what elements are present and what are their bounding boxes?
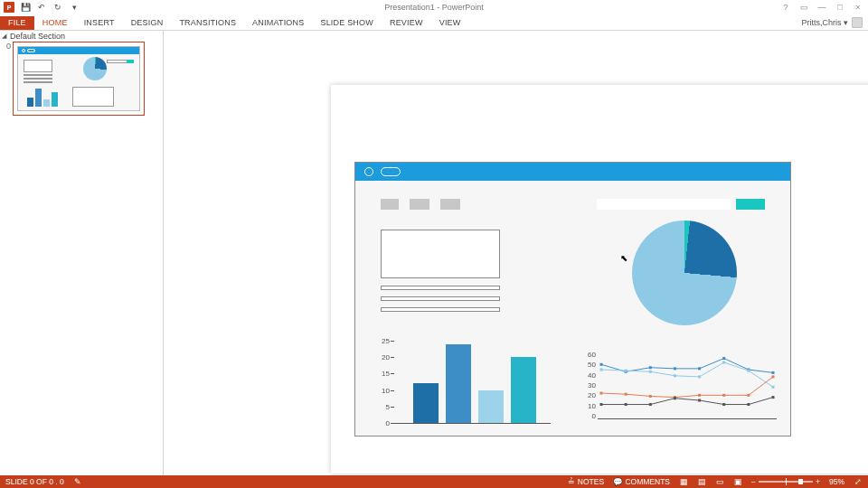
slide-indicator: SLIDE 0 OF 0 . 0 (5, 477, 64, 486)
account-menu[interactable]: Pritts,Chris ▾ (801, 17, 863, 28)
svg-rect-21 (722, 394, 725, 397)
avatar-icon (852, 17, 863, 28)
bar-chart: 0510152025 (373, 339, 551, 429)
svg-rect-28 (698, 399, 701, 402)
line-chart-svg (598, 352, 777, 419)
svg-rect-17 (625, 393, 627, 396)
svg-rect-3 (674, 367, 676, 370)
slide-thumbnail[interactable] (13, 42, 145, 116)
line-ytick-label: 30 (583, 381, 596, 389)
spellcheck-icon[interactable]: ✎ (73, 477, 82, 486)
tab-design[interactable]: DESIGN (123, 16, 172, 30)
tab-review[interactable]: REVIEW (382, 16, 431, 30)
line-ytick-label: 60 (583, 351, 596, 359)
window-title: Presentation1 - PowerPoint (0, 3, 868, 12)
slide-canvas[interactable]: 0510152025 0102030405060 ⬉ (163, 31, 868, 475)
bar-ytick-label: 15 (373, 370, 390, 378)
fit-slide-icon[interactable]: ⤢ (854, 477, 863, 486)
svg-rect-5 (722, 357, 725, 360)
mock-dashboard-shape[interactable]: 0510152025 0102030405060 (354, 162, 791, 436)
pill-icon (381, 167, 401, 176)
bar-ytick-label: 20 (373, 353, 390, 361)
zoom-value[interactable]: 95% (829, 477, 844, 486)
tab-transitions[interactable]: TRANSITIONS (171, 16, 244, 30)
bar-ytick (391, 407, 394, 408)
line-ytick-label: 0 (583, 412, 596, 420)
mock-textline (381, 286, 500, 290)
undo-icon[interactable]: ↶ (36, 2, 47, 13)
zoom-out-icon[interactable]: − (751, 477, 756, 486)
svg-rect-14 (747, 370, 750, 372)
svg-rect-20 (698, 394, 701, 397)
close-icon[interactable]: × (850, 1, 866, 14)
svg-rect-0 (600, 363, 603, 366)
tab-file[interactable]: FILE (0, 16, 34, 30)
svg-rect-4 (698, 367, 701, 370)
mock-textline (381, 307, 500, 312)
bar-ytick (391, 373, 394, 374)
svg-rect-2 (649, 366, 652, 369)
status-bar: SLIDE 0 OF 0 . 0 ✎ ≟ NOTES 💬 COMMENTS ▦ … (0, 475, 868, 488)
svg-rect-16 (600, 392, 603, 395)
maximize-icon[interactable]: □ (832, 1, 848, 14)
tab-slideshow[interactable]: SLIDE SHOW (312, 16, 382, 30)
line-chart: 0102030405060 (583, 352, 777, 423)
bar-ytick-label: 0 (373, 419, 390, 427)
user-name: Pritts,Chris ▾ (801, 18, 848, 27)
line-ytick-label: 50 (583, 361, 596, 369)
notes-button[interactable]: ≟ NOTES (568, 477, 604, 486)
svg-rect-13 (722, 361, 725, 364)
mock-header (355, 163, 790, 181)
qat-dropdown-icon[interactable]: ▾ (69, 2, 80, 13)
circle-icon (364, 167, 373, 176)
svg-rect-12 (698, 375, 701, 378)
svg-rect-24 (600, 403, 603, 406)
section-label: Default Section (10, 32, 65, 41)
pie-chart (632, 221, 737, 325)
mock-tab (410, 199, 429, 210)
svg-rect-18 (649, 395, 652, 398)
ribbon-display-icon[interactable]: ▭ (796, 1, 812, 14)
bar-ytick-label: 10 (373, 386, 390, 394)
svg-rect-22 (747, 394, 750, 397)
mock-search (597, 199, 731, 210)
minimize-icon[interactable]: — (814, 1, 830, 14)
svg-rect-29 (722, 403, 725, 406)
tab-animations[interactable]: ANIMATIONS (244, 16, 312, 30)
bar-ytick (391, 390, 394, 391)
bar-ytick (391, 357, 394, 358)
sorter-view-icon[interactable]: ▤ (697, 477, 706, 486)
mock-textline (381, 296, 500, 301)
zoom-in-icon[interactable]: + (816, 477, 820, 486)
work-area: ◢ Default Section 0 (0, 31, 868, 475)
mock-search-button (736, 199, 765, 210)
svg-rect-23 (772, 375, 775, 378)
mock-tab (440, 199, 460, 210)
slideshow-view-icon[interactable]: ▣ (733, 477, 742, 486)
line-ytick-label: 40 (583, 371, 596, 379)
bar-ytick (391, 423, 394, 424)
tab-insert[interactable]: INSERT (76, 16, 123, 30)
svg-rect-25 (625, 403, 627, 406)
save-icon[interactable]: 💾 (20, 2, 31, 13)
collapse-icon: ◢ (2, 33, 6, 40)
ribbon-tabs: FILE HOME INSERT DESIGN TRANSITIONS ANIM… (0, 14, 868, 31)
bar (478, 390, 504, 423)
svg-rect-31 (772, 396, 775, 399)
section-header[interactable]: ◢ Default Section (0, 31, 163, 42)
tab-view[interactable]: VIEW (431, 16, 469, 30)
bar-x-axis (393, 423, 551, 424)
bar-ytick-label: 25 (373, 337, 390, 345)
notes-label: NOTES (578, 477, 604, 486)
slide-thumbnail-pane[interactable]: ◢ Default Section 0 (0, 31, 163, 475)
tab-home[interactable]: HOME (34, 16, 76, 30)
redo-icon[interactable]: ↻ (52, 2, 63, 13)
mock-tabs (381, 199, 460, 210)
reading-view-icon[interactable]: ▭ (715, 477, 724, 486)
zoom-slider[interactable]: − + (751, 477, 820, 486)
normal-view-icon[interactable]: ▦ (679, 477, 688, 486)
comments-button[interactable]: 💬 COMMENTS (613, 477, 670, 486)
line-ytick-label: 20 (583, 391, 596, 399)
svg-rect-27 (674, 397, 676, 399)
help-icon[interactable]: ? (778, 1, 794, 14)
